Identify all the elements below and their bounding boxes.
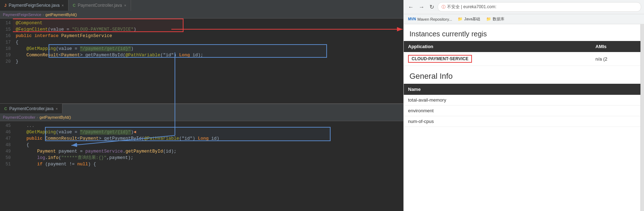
- code-line-51: if (payment != null) {: [16, 161, 401, 168]
- scrollbar[interactable]: [640, 24, 644, 211]
- code-line-48: {: [16, 142, 401, 148]
- ide-panel: J PaymentFeignService.java × C PaymentCo…: [0, 0, 403, 211]
- browser-content: Instances currently regis Application AM…: [404, 24, 644, 211]
- code-line-15: @FeignClient(value = "CLOUD-PAYMENT-SERV…: [16, 26, 401, 33]
- bottom-tab-label: PaymentController.java: [9, 106, 54, 111]
- bookmark-maven[interactable]: MVN Maven Repository...: [407, 16, 453, 22]
- code-line-49: Payment payment = paymentService.getPaym…: [16, 148, 401, 155]
- top-code-content: 14 15 16 17 18 19 20 @Component @FeignCl…: [0, 19, 403, 103]
- tab-close-1[interactable]: ×: [62, 4, 64, 7]
- service-badge[interactable]: CLOUD-PAYMENT-SERVICE: [408, 55, 472, 63]
- bottom-breadcrumb: PaymentController › getPaymentById(): [0, 113, 403, 121]
- bottom-tab-bar: C PaymentController.java ×: [0, 103, 403, 113]
- code-line-16: public interface PaymentFeignService: [16, 33, 401, 39]
- info-row-environment: environment: [404, 106, 644, 116]
- top-breadcrumb: PaymentFeignService › getPaymentById(): [0, 11, 403, 19]
- bottom-code-text: ... @GetMapping(value = "/payment/get/{i…: [13, 121, 403, 211]
- amis-cell: n/a (2: [591, 52, 644, 66]
- refresh-button[interactable]: ↻: [428, 2, 436, 12]
- instances-table-header-row: Application AMIs: [404, 41, 644, 52]
- controller-icon: C: [73, 3, 76, 7]
- maven-icon: MVN: [408, 17, 416, 21]
- code-line-46: @GetMapping(value = "/payment/get/{id}")…: [16, 129, 401, 135]
- bookmark-java[interactable]: 📁 Java基础: [456, 16, 482, 22]
- general-info-heading: General Info: [404, 66, 644, 84]
- bottom-code-section: PaymentController › getPaymentById() 45 …: [0, 113, 403, 211]
- bookmark-java-label: Java基础: [464, 16, 480, 22]
- top-code-section: PaymentFeignService › getPaymentById() 1…: [0, 11, 403, 103]
- bottom-breadcrumb-sep: ›: [37, 115, 38, 119]
- tab-controller[interactable]: C PaymentController.java ×: [69, 0, 131, 11]
- info-table: Name total-avail-memory environment num-…: [404, 84, 644, 127]
- code-line-47: public CommonResult<Payment> getPaymentB…: [16, 135, 401, 142]
- code-line-50: log.info("*****查询结果:{}",payment);: [16, 155, 401, 161]
- col-amis: AMIs: [591, 41, 644, 52]
- browser-toolbar: ← → ↻ ⓘ 不安全 | eureka7001.com:: [404, 0, 644, 14]
- back-button[interactable]: ←: [407, 2, 415, 12]
- breadcrumb-sep: ›: [43, 12, 44, 17]
- tab-bar: J PaymentFeignService.java × C PaymentCo…: [0, 0, 403, 11]
- info-row-cpus: num-of-cpus: [404, 116, 644, 127]
- tab-controller-label: PaymentController.java: [78, 3, 122, 8]
- breadcrumb-method: getPaymentById(): [45, 12, 77, 17]
- info-row-memory: total-avail-memory: [404, 95, 644, 106]
- info-table-header-row: Name: [404, 84, 644, 95]
- tab-controller-bottom[interactable]: C PaymentController.java ×: [0, 104, 62, 114]
- info-name-cpus: num-of-cpus: [404, 116, 644, 127]
- bookmarks-bar: MVN Maven Repository... 📁 Java基础 📁 数据库: [404, 14, 644, 24]
- info-name-memory: total-avail-memory: [404, 95, 644, 106]
- tab-feign-label: PaymentFeignService.java: [9, 3, 60, 8]
- lock-icon: ⓘ: [442, 4, 446, 10]
- tab-close-bottom[interactable]: ×: [56, 107, 58, 111]
- address-bar[interactable]: ⓘ 不安全 | eureka7001.com:: [438, 2, 641, 12]
- bookmark-maven-label: Maven Repository...: [417, 17, 452, 21]
- top-line-numbers: 14 15 16 17 18 19 20: [0, 19, 13, 103]
- table-row-payment-service: CLOUD-PAYMENT-SERVICE n/a (2: [404, 52, 644, 66]
- col-name: Name: [404, 84, 644, 95]
- instances-table: Application AMIs CLOUD-PAYMENT-SERVICE n…: [404, 41, 644, 66]
- folder-icon-db: 📁: [486, 17, 491, 21]
- forward-button[interactable]: →: [417, 2, 426, 12]
- tab-close-2[interactable]: ×: [124, 4, 126, 7]
- service-name-cell: CLOUD-PAYMENT-SERVICE: [404, 52, 591, 66]
- col-application: Application: [404, 41, 591, 52]
- browser-panel: ← → ↻ ⓘ 不安全 | eureka7001.com: MVN Maven …: [403, 0, 644, 211]
- tab-feign-service[interactable]: J PaymentFeignService.java ×: [0, 0, 69, 11]
- bookmark-db[interactable]: 📁 数据库: [485, 16, 506, 22]
- controller-icon-bottom: C: [4, 107, 7, 111]
- bottom-line-numbers: 45 46 47 48 49 50 51: [0, 121, 13, 211]
- code-line-18: @GetMapping(value = "/payment/get/{id}"): [16, 46, 401, 52]
- folder-icon-java: 📁: [458, 17, 463, 21]
- bottom-breadcrumb-class: PaymentController: [3, 115, 35, 119]
- bottom-breadcrumb-method: getPaymentById(): [40, 115, 71, 119]
- code-line-45: ...: [16, 123, 401, 129]
- code-line-19: CommonResult<Payment> getPaymentById(@Pa…: [16, 52, 401, 58]
- bookmark-db-label: 数据库: [493, 16, 504, 22]
- code-line-17: {: [16, 39, 401, 46]
- breadcrumb-class: PaymentFeignService: [3, 12, 41, 17]
- info-name-environment: environment: [404, 106, 644, 116]
- bottom-code-content: 45 46 47 48 49 50 51 ... @GetMapping(val…: [0, 121, 403, 211]
- instances-heading: Instances currently regis: [404, 24, 644, 41]
- code-line-14: @Component: [16, 20, 401, 26]
- java-icon: J: [4, 3, 6, 7]
- code-line-20: }: [16, 58, 401, 65]
- address-url-text: 不安全 | eureka7001.com:: [447, 4, 497, 10]
- top-code-text: @Component @FeignClient(value = "CLOUD-P…: [13, 19, 403, 103]
